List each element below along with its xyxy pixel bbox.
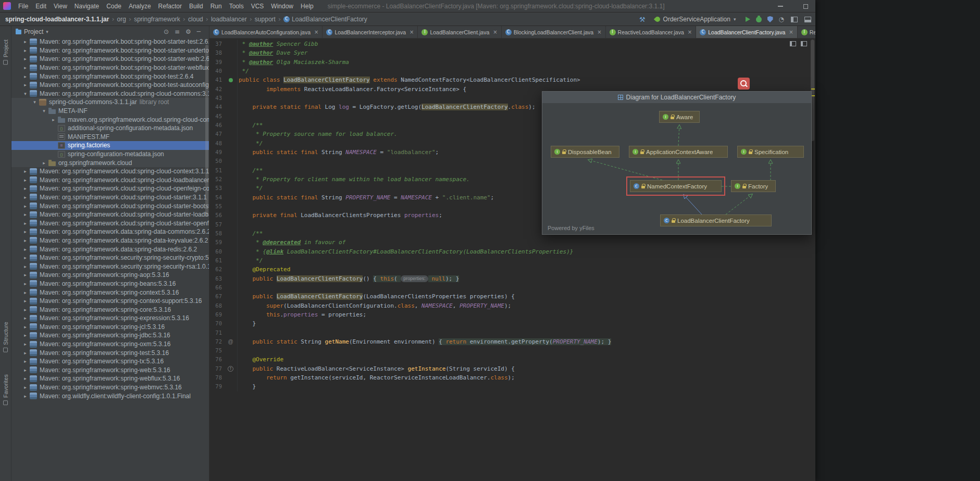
tab-close-icon[interactable]: × [789, 29, 793, 35]
maximize-button[interactable] [802, 3, 809, 10]
chevron-right-icon[interactable] [22, 298, 29, 303]
chevron-right-icon[interactable] [22, 359, 29, 364]
chevron-right-icon[interactable] [22, 324, 29, 330]
menu-item-file[interactable]: File [15, 0, 32, 12]
tab-close-icon[interactable]: × [410, 29, 414, 35]
tree-item[interactable]: Maven: org.springframework:spring-jcl:5.… [11, 323, 209, 332]
chevron-right-icon[interactable] [22, 204, 29, 209]
tree-item[interactable]: Maven: org.springframework.cloud:spring-… [11, 184, 209, 193]
tree-item[interactable]: Maven: org.springframework:spring-webmvc… [11, 383, 209, 392]
tree-item[interactable]: Maven: org.springframework.boot:spring-b… [11, 64, 209, 72]
line-number[interactable]: 51 [209, 166, 224, 175]
menu-item-build[interactable]: Build [185, 0, 207, 12]
diagram-canvas[interactable]: IAwareIDisposableBeanIApplicationContext… [542, 92, 811, 234]
breadcrumb-item[interactable]: CLoadBalancerClientFactory [283, 16, 367, 23]
tree-item[interactable]: Maven: org.springframework.boot:spring-b… [11, 72, 209, 81]
tree-item[interactable]: Maven: org.springframework.cloud:spring-… [11, 201, 209, 210]
coverage-button[interactable] [767, 16, 773, 22]
tree-item[interactable]: Maven: org.springframework:spring-webflu… [11, 374, 209, 383]
chevron-right-icon[interactable] [41, 160, 47, 166]
chevron-right-icon[interactable] [22, 221, 29, 226]
chevron-down-icon[interactable]: ▾ [46, 29, 48, 34]
chevron-down-icon[interactable] [41, 108, 47, 113]
line-number[interactable]: 49 [209, 148, 224, 157]
chevron-right-icon[interactable] [22, 333, 29, 338]
editor-tab[interactable]: CBlockingLoadBalancerClient.java× [502, 26, 606, 38]
line-number[interactable]: 39 [209, 58, 224, 67]
editor-tab[interactable]: CLoadBalancerClientFactory.java× [696, 26, 797, 38]
menu-item-analyze[interactable]: Analyze [125, 0, 155, 12]
editor-tab[interactable]: ILoadBalancerClient.java× [418, 26, 501, 38]
line-number[interactable]: 71 [209, 328, 224, 337]
tree-item[interactable]: Maven: org.springframework.boot:spring-b… [11, 37, 209, 46]
line-number[interactable]: 62 [209, 265, 224, 274]
chevron-right-icon[interactable] [22, 341, 29, 347]
profiler-button[interactable]: ◔ [779, 16, 784, 22]
tree-item[interactable]: Maven: org.springframework.security:spri… [11, 262, 209, 271]
editor-tab[interactable]: CLoadBalancerAutoConfiguration.java× [209, 26, 322, 38]
menu-item-vcs[interactable]: VCS [247, 0, 268, 12]
line-number[interactable]: 56 [209, 211, 224, 220]
line-number[interactable]: 78 [209, 373, 224, 382]
chevron-right-icon[interactable] [22, 56, 29, 61]
line-number[interactable]: 57 [209, 220, 224, 229]
tree-item[interactable]: spring-cloud-commons-3.1.1.jarlibrary ro… [11, 98, 209, 107]
chevron-right-icon[interactable] [22, 376, 29, 381]
menu-item-help[interactable]: Help [297, 0, 317, 12]
preview-icon[interactable] [801, 41, 807, 46]
gear-icon[interactable]: ⚙ [185, 28, 191, 35]
tree-item[interactable]: Maven: org.springframework:spring-aop:5.… [11, 271, 209, 280]
chevron-right-icon[interactable] [22, 281, 29, 286]
line-number[interactable]: 66 [209, 283, 224, 292]
tree-item[interactable]: Maven: org.springframework.cloud:spring-… [11, 90, 209, 98]
tree-item[interactable]: Maven: org.springframework:spring-contex… [11, 288, 209, 297]
hide-panel-icon[interactable]: ─ [197, 28, 201, 35]
minimize-button[interactable] [777, 3, 784, 10]
editor-tab[interactable]: CLoadBalancerInterceptor.java× [322, 26, 418, 38]
tree-item[interactable]: Maven: org.springframework:spring-oxm:5.… [11, 340, 209, 349]
chevron-right-icon[interactable] [22, 272, 29, 277]
tree-item[interactable]: Maven: org.wildfly.client:wildfly-client… [11, 391, 209, 400]
tree-item[interactable]: maven.org.springframework.cloud.spring-c… [11, 115, 209, 124]
diagram-node[interactable]: IDisposableBean [551, 146, 619, 158]
tree-item[interactable]: META-INF [11, 107, 209, 116]
line-number[interactable]: 77 [209, 364, 224, 373]
breadcrumb-item[interactable]: springframework [134, 16, 180, 23]
tree-item[interactable]: Maven: org.springframework.cloud:spring-… [11, 219, 209, 227]
locate-file-icon[interactable]: ⊙ [164, 28, 169, 35]
line-number[interactable]: 55 [209, 202, 224, 211]
line-number[interactable]: 70 [209, 319, 224, 328]
tab-close-icon[interactable]: × [314, 29, 318, 35]
chevron-right-icon[interactable] [22, 74, 29, 79]
tree-item[interactable]: MANIFEST.MF [11, 133, 209, 142]
line-number[interactable]: 47 [209, 130, 224, 138]
tree-item[interactable]: Maven: org.springframework.security:spri… [11, 254, 209, 262]
chevron-right-icon[interactable] [22, 247, 29, 252]
chevron-right-icon[interactable] [22, 315, 29, 321]
tree-item[interactable]: Maven: org.springframework.cloud:spring-… [11, 210, 209, 219]
chevron-right-icon[interactable] [22, 255, 29, 260]
breadcrumb-item[interactable]: support [255, 16, 276, 23]
line-number[interactable]: 79 [209, 382, 224, 391]
breadcrumb-item[interactable]: cloud [188, 16, 203, 23]
editor-tab[interactable]: IReactiveLoadBalancer.java× [606, 26, 697, 38]
line-number[interactable]: 41 [209, 75, 224, 84]
line-number[interactable]: 45 [209, 112, 224, 121]
debug-button[interactable] [756, 17, 762, 22]
line-number[interactable]: 75 [209, 346, 224, 355]
line-number[interactable]: 48 [209, 139, 224, 148]
override-gutter-icon[interactable]: ↑ [228, 366, 233, 372]
diagram-node[interactable]: IApplicationContextAware [629, 146, 728, 158]
chevron-right-icon[interactable] [22, 212, 29, 217]
line-number[interactable]: 63 [209, 274, 224, 283]
tool-button-favorites[interactable]: Favorites [3, 374, 9, 405]
tree-item[interactable]: Maven: org.springframework.data:spring-d… [11, 227, 209, 236]
chevron-down-icon[interactable] [22, 91, 29, 96]
line-number[interactable]: 67 [209, 292, 224, 301]
run-button[interactable] [746, 17, 750, 22]
menu-item-navigate[interactable]: Navigate [71, 0, 103, 12]
tree-item[interactable]: Maven: org.springframework.data:spring-d… [11, 245, 209, 254]
menu-item-run[interactable]: Run [207, 0, 226, 12]
tree-item[interactable]: spring-configuration-metadata.json [11, 150, 209, 159]
line-number[interactable]: 61 [209, 256, 224, 265]
